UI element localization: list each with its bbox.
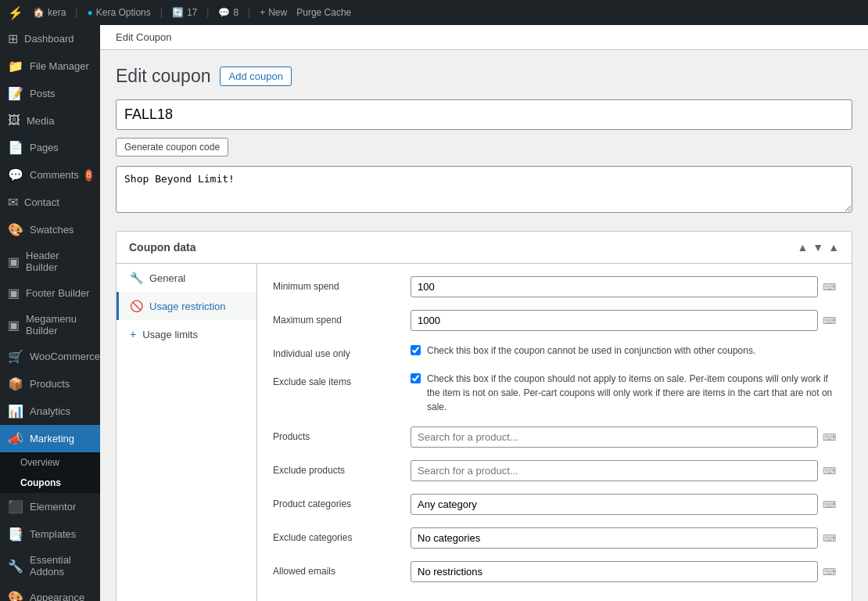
- sidebar-label-media: Media: [27, 115, 54, 127]
- coupon-data-panel: Coupon data ▲ ▼ ▲ 🔧 General: [116, 231, 852, 601]
- page-title: Edit Coupon: [116, 31, 172, 43]
- sidebar-label-file-manager: File Manager: [30, 60, 89, 72]
- edit-coupon-title: Edit coupon: [116, 66, 210, 87]
- panel-header: Coupon data ▲ ▼ ▲: [117, 232, 852, 264]
- sidebar: ⊞ Dashboard 📁 File Manager 📝 Posts 🖼 Med…: [0, 25, 100, 601]
- tab-general-label: General: [149, 272, 185, 284]
- sidebar-item-dashboard[interactable]: ⊞ Dashboard: [0, 25, 100, 52]
- minimum-spend-input[interactable]: [411, 276, 818, 297]
- admin-bar-kera-options[interactable]: ● Kera Options: [87, 7, 150, 18]
- exclude-sale-checkbox[interactable]: [411, 373, 421, 383]
- sidebar-label-templates: Templates: [30, 528, 76, 540]
- sidebar-item-megamenu-builder[interactable]: ▣ Megamenu Builder: [0, 307, 100, 343]
- exclude-products-input[interactable]: [411, 460, 818, 481]
- sidebar-item-header-builder[interactable]: ▣ Header Builder: [0, 243, 100, 279]
- tab-usage-restriction-label: Usage restriction: [149, 300, 226, 312]
- panel-form-content: Minimum spend ⌨ Maximum spend ⌨: [257, 264, 852, 601]
- product-categories-input[interactable]: [411, 494, 818, 515]
- exclude-sale-desc: Check this box if the coupon should not …: [427, 372, 836, 414]
- panel-tabs: 🔧 General 🚫 Usage restriction + Usage li…: [117, 264, 257, 601]
- analytics-icon: 📊: [8, 404, 23, 419]
- pages-icon: 📄: [8, 140, 23, 155]
- products-search-input[interactable]: [411, 426, 818, 448]
- sidebar-item-analytics[interactable]: 📊 Analytics: [0, 398, 100, 425]
- products-field: ⌨: [411, 426, 836, 448]
- admin-bar-updates[interactable]: 🔄 17: [172, 7, 197, 18]
- form-row-exclude-products: Exclude products ⌨: [273, 460, 836, 481]
- sidebar-label-analytics: Analytics: [30, 405, 70, 417]
- kera-icon: ●: [87, 7, 92, 18]
- exclude-categories-input[interactable]: [411, 527, 818, 549]
- products-icon: 📦: [8, 376, 23, 391]
- usage-restriction-tab-icon: 🚫: [130, 300, 143, 312]
- sidebar-item-file-manager[interactable]: 📁 File Manager: [0, 52, 100, 80]
- sidebar-item-marketing[interactable]: 📣 Marketing: [0, 425, 100, 452]
- sidebar-label-essential-addons: Essential Addons: [30, 554, 92, 578]
- sidebar-item-pages[interactable]: 📄 Pages: [0, 134, 100, 161]
- submenu-overview[interactable]: Overview: [13, 452, 100, 473]
- sidebar-label-posts: Posts: [30, 88, 56, 99]
- sidebar-label-megamenu-builder: Megamenu Builder: [26, 313, 92, 336]
- exclude-products-label: Exclude products: [273, 460, 398, 476]
- individual-use-label: Individual use only: [273, 344, 398, 359]
- main-content: Edit Coupon Edit coupon Add coupon Gener…: [100, 25, 868, 601]
- updates-icon: 🔄: [172, 7, 184, 18]
- maximum-spend-input[interactable]: [411, 310, 818, 331]
- contact-icon: ✉: [8, 195, 18, 210]
- tab-usage-limits[interactable]: + Usage limits: [117, 320, 256, 348]
- form-row-exclude-categories: Exclude categories ⌨: [273, 527, 836, 549]
- admin-bar-comments[interactable]: 💬 8: [218, 7, 239, 18]
- allowed-emails-icon: ⌨: [823, 567, 836, 578]
- folder-icon: 📁: [8, 59, 23, 74]
- form-row-minimum-spend: Minimum spend ⌨: [273, 276, 836, 297]
- woocommerce-icon: 🛒: [8, 349, 23, 364]
- admin-bar-purge-cache[interactable]: Purge Cache: [296, 7, 351, 18]
- allowed-emails-input[interactable]: [411, 561, 818, 582]
- admin-bar-site[interactable]: 🏠 kera: [33, 7, 66, 18]
- sidebar-item-elementor[interactable]: ⬛ Elementor: [0, 493, 100, 520]
- coupon-code-input[interactable]: [116, 99, 852, 130]
- home-icon: 🏠: [33, 7, 45, 18]
- minimum-spend-icon: ⌨: [823, 282, 836, 293]
- sidebar-item-swatches[interactable]: 🎨 Swatches: [0, 216, 100, 243]
- sidebar-label-products: Products: [30, 378, 70, 390]
- sidebar-item-templates[interactable]: 📑 Templates: [0, 520, 100, 548]
- submenu-coupons[interactable]: Coupons: [13, 473, 100, 493]
- maximum-spend-label: Maximum spend: [273, 310, 398, 326]
- panel-toggle[interactable]: ▲: [828, 241, 839, 254]
- add-coupon-button[interactable]: Add coupon: [220, 67, 291, 86]
- sidebar-item-posts[interactable]: 📝 Posts: [0, 80, 100, 107]
- admin-bar-new[interactable]: + New: [260, 7, 287, 18]
- sidebar-label-marketing: Marketing: [30, 433, 74, 444]
- elementor-icon: ⬛: [8, 499, 23, 514]
- panel-collapse-up[interactable]: ▲: [797, 241, 808, 254]
- exclude-products-icon: ⌨: [823, 466, 836, 477]
- tab-usage-restriction[interactable]: 🚫 Usage restriction: [117, 292, 256, 320]
- exclude-sale-label: Exclude sale items: [273, 372, 398, 387]
- panel-collapse-down[interactable]: ▼: [812, 241, 823, 254]
- product-categories-label: Product categories: [273, 494, 398, 509]
- sidebar-item-media[interactable]: 🖼 Media: [0, 107, 100, 134]
- sidebar-item-essential-addons[interactable]: 🔧 Essential Addons: [0, 548, 100, 584]
- sidebar-item-appearance[interactable]: 🎨 Appearance: [0, 584, 100, 601]
- form-row-individual-use: Individual use only Check this box if th…: [273, 344, 836, 359]
- sidebar-item-products[interactable]: 📦 Products: [0, 370, 100, 398]
- maximum-spend-icon: ⌨: [823, 315, 836, 326]
- generate-coupon-code-button[interactable]: Generate coupon code: [116, 138, 228, 157]
- content-header: Edit coupon Add coupon: [116, 66, 852, 87]
- tab-general[interactable]: 🔧 General: [117, 264, 256, 292]
- sidebar-item-footer-builder[interactable]: ▣ Footer Builder: [0, 279, 100, 307]
- sidebar-label-header-builder: Header Builder: [26, 250, 92, 273]
- sidebar-item-contact[interactable]: ✉ Contact: [0, 189, 100, 216]
- sidebar-label-elementor: Elementor: [30, 501, 76, 513]
- sidebar-label-appearance: Appearance: [30, 592, 84, 601]
- coupon-description-input[interactable]: Shop Beyond Limit!: [116, 166, 852, 213]
- individual-use-checkbox[interactable]: [411, 345, 421, 355]
- sidebar-label-footer-builder: Footer Builder: [26, 287, 90, 299]
- sidebar-item-woocommerce[interactable]: 🛒 WooCommerce: [0, 343, 100, 370]
- footer-builder-icon: ▣: [8, 286, 20, 300]
- sidebar-item-comments[interactable]: 💬 Comments 8: [0, 161, 100, 189]
- comments-badge: 8: [85, 169, 92, 182]
- wp-icon[interactable]: ⚡: [8, 5, 23, 20]
- appearance-icon: 🎨: [8, 590, 23, 601]
